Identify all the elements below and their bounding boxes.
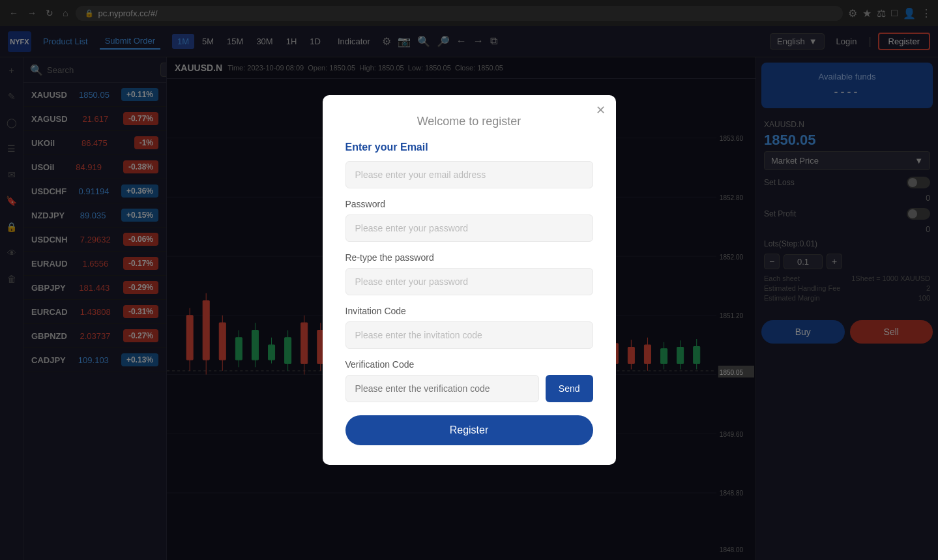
verification-row: Send <box>345 375 593 402</box>
register-modal: ✕ Welcome to register Enter your Email P… <box>323 95 616 465</box>
invitation-code-input[interactable] <box>345 321 593 349</box>
password-label: Password <box>345 199 593 209</box>
send-button[interactable]: Send <box>546 375 593 402</box>
verification-label: Verification Code <box>345 359 593 370</box>
verification-code-input[interactable] <box>345 375 539 402</box>
modal-section-title: Enter your Email <box>345 141 593 153</box>
password-input[interactable] <box>345 214 593 242</box>
modal-title: Welcome to register <box>345 115 593 128</box>
register-submit-button[interactable]: Register <box>345 415 593 445</box>
modal-close-button[interactable]: ✕ <box>596 104 606 116</box>
retype-password-input[interactable] <box>345 268 593 295</box>
modal-overlay: ✕ Welcome to register Enter your Email P… <box>0 0 938 560</box>
invitation-label: Invitation Code <box>345 306 593 316</box>
email-input[interactable] <box>345 161 593 188</box>
retype-label: Re-type the password <box>345 252 593 263</box>
